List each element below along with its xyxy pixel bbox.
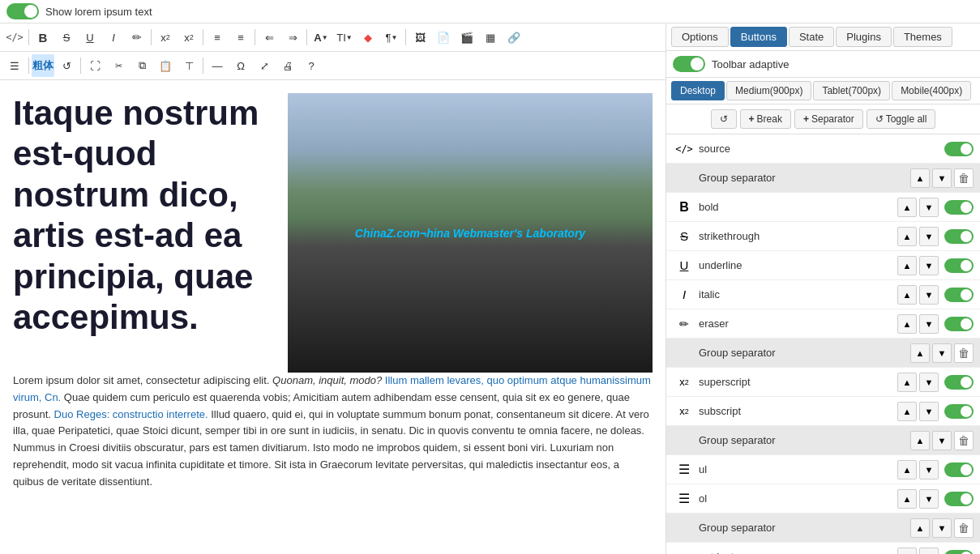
ol-label: ol: [695, 492, 897, 505]
eraser-toggle[interactable]: [944, 317, 974, 331]
tab-plugins[interactable]: Plugins: [836, 27, 892, 47]
fullscreen-btn[interactable]: ⛶: [83, 54, 106, 77]
cut-btn[interactable]: ✂: [107, 54, 130, 77]
ul-down[interactable]: ▼: [919, 460, 939, 479]
underline-up[interactable]: ▲: [897, 256, 917, 275]
ul-up[interactable]: ▲: [897, 460, 917, 479]
underline-btn[interactable]: U: [79, 26, 101, 49]
table-btn[interactable]: ▦: [479, 26, 502, 49]
editor-content[interactable]: Itaque nostrum est-quod nostrum dico, ar…: [0, 80, 665, 554]
ol-btn[interactable]: ≡: [229, 26, 252, 49]
add-break-btn[interactable]: +Break: [740, 109, 791, 129]
align-btn[interactable]: ¶▼: [380, 26, 403, 49]
superscript-controls: ▲ ▼: [897, 373, 974, 392]
sep3-label: Group separator: [695, 434, 910, 446]
bold-toggle[interactable]: [944, 200, 974, 215]
show-lorem-toggle[interactable]: [6, 3, 39, 19]
sep2-delete[interactable]: 🗑: [954, 343, 974, 363]
sep2-down[interactable]: ▼: [932, 343, 952, 363]
image-btn[interactable]: 🖼: [409, 26, 431, 49]
superscript-btn[interactable]: x2: [154, 26, 177, 49]
bold-btn[interactable]: B: [32, 26, 54, 49]
sep3-down[interactable]: ▼: [932, 431, 952, 450]
sub-toggle[interactable]: [944, 404, 974, 419]
bold-cn-btn[interactable]: 粗体: [32, 54, 54, 77]
bold-up[interactable]: ▲: [897, 198, 917, 217]
copy-btn[interactable]: ⧉: [131, 54, 153, 77]
sep3-delete[interactable]: 🗑: [954, 431, 974, 450]
highlight-btn[interactable]: ◆: [357, 26, 379, 49]
italic-btn[interactable]: I: [102, 26, 125, 49]
link-btn[interactable]: 🔗: [503, 26, 525, 49]
eraser-up[interactable]: ▲: [897, 314, 917, 334]
strike-toggle[interactable]: [944, 229, 974, 244]
eraser-down[interactable]: ▼: [919, 314, 939, 334]
bp-desktop[interactable]: Desktop: [671, 81, 725, 100]
font-size-btn[interactable]: TI▼: [333, 26, 356, 49]
reset-btn[interactable]: ↺: [711, 109, 737, 129]
sep4-delete[interactable]: 🗑: [954, 518, 974, 538]
italic-up[interactable]: ▲: [897, 285, 917, 305]
add-separator-btn[interactable]: +Separator: [794, 109, 863, 129]
sup-down[interactable]: ▼: [919, 373, 939, 392]
print-btn[interactable]: 🖨: [276, 54, 299, 77]
sub-down[interactable]: ▼: [919, 402, 939, 421]
bp-mobile[interactable]: Mobile(400px): [892, 81, 971, 100]
tab-buttons[interactable]: Buttons: [730, 27, 787, 47]
indent-btn[interactable]: ⇒: [281, 26, 304, 49]
special-char-btn[interactable]: Ω: [229, 54, 252, 77]
align-left-btn[interactable]: ☰: [3, 54, 26, 77]
format-btn[interactable]: ⊤: [178, 54, 200, 77]
subscript-btn[interactable]: x2: [178, 26, 200, 49]
sep4-up[interactable]: ▲: [910, 518, 930, 538]
underline-toggle[interactable]: [944, 258, 974, 273]
sup-up[interactable]: ▲: [897, 373, 917, 392]
sep2-up[interactable]: ▲: [910, 343, 930, 363]
italic-toggle[interactable]: [944, 288, 974, 302]
undo-btn[interactable]: ↺: [55, 54, 78, 77]
sep1-delete[interactable]: 🗑: [954, 168, 974, 188]
expand-btn[interactable]: ⤢: [253, 54, 276, 77]
outdent-down[interactable]: ▼: [919, 548, 939, 555]
ul-toggle[interactable]: [944, 462, 974, 477]
source-toggle[interactable]: [944, 142, 974, 156]
sep1-down[interactable]: ▼: [932, 168, 952, 188]
action-row: ↺ +Break +Separator ↺Toggle all: [666, 104, 980, 134]
sub-up[interactable]: ▲: [897, 402, 917, 421]
strike-down[interactable]: ▼: [919, 227, 939, 246]
toggle-all-btn[interactable]: ↺Toggle all: [867, 109, 936, 129]
video-btn[interactable]: 🎬: [456, 26, 478, 49]
ul-btn[interactable]: ≡: [206, 26, 229, 49]
sep1-label: Group separator: [695, 172, 910, 184]
body-link2[interactable]: Duo Reges: constructio interrete.: [54, 408, 208, 420]
outdent-up[interactable]: ▲: [897, 548, 917, 555]
font-color-btn[interactable]: A▼: [310, 26, 332, 49]
tab-state[interactable]: State: [789, 27, 834, 47]
tab-options[interactable]: Options: [671, 27, 729, 47]
adaptive-toggle[interactable]: [673, 56, 705, 72]
paste-btn[interactable]: 📋: [154, 54, 177, 77]
eraser-btn[interactable]: ✏: [126, 26, 148, 49]
bp-tablet[interactable]: Tablet(700px): [813, 81, 890, 100]
minus-btn[interactable]: —: [206, 54, 229, 77]
bp-medium[interactable]: Medium(900px): [726, 81, 811, 100]
underline-down[interactable]: ▼: [919, 256, 939, 275]
sep4-down[interactable]: ▼: [932, 518, 952, 538]
ol-down[interactable]: ▼: [919, 489, 939, 509]
help-btn[interactable]: ?: [300, 54, 323, 77]
ul-label: ul: [695, 463, 897, 475]
source-btn[interactable]: </>: [3, 26, 26, 49]
ol-toggle[interactable]: [944, 492, 974, 506]
ol-up[interactable]: ▲: [897, 489, 917, 509]
file-btn[interactable]: 📄: [432, 26, 455, 49]
sep3-up[interactable]: ▲: [910, 431, 930, 450]
tab-themes[interactable]: Themes: [893, 27, 952, 47]
strike-btn[interactable]: S: [55, 26, 78, 49]
outdent-toggle[interactable]: [944, 550, 974, 555]
bold-down[interactable]: ▼: [919, 198, 939, 217]
sep1-up[interactable]: ▲: [910, 168, 930, 188]
sup-toggle[interactable]: [944, 375, 974, 390]
strike-up[interactable]: ▲: [897, 227, 917, 246]
italic-down[interactable]: ▼: [919, 285, 939, 305]
outdent-btn[interactable]: ⇐: [258, 26, 280, 49]
